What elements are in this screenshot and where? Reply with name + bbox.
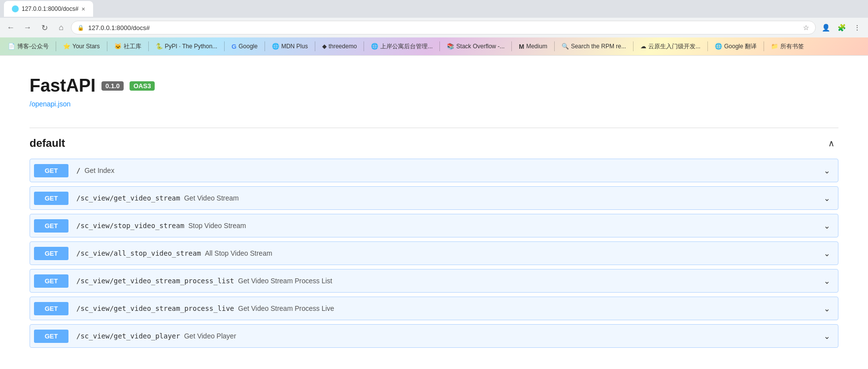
back-button[interactable]: ← bbox=[4, 21, 18, 34]
bookmark-separator-4 bbox=[224, 41, 225, 51]
bookmark-rpm[interactable]: 🔍 Search the RPM re... bbox=[558, 42, 630, 51]
bookmark-blog-icon: 📄 bbox=[8, 43, 15, 50]
forward-button[interactable]: → bbox=[21, 21, 34, 34]
bookmark-medium[interactable]: M Medium bbox=[515, 42, 551, 51]
endpoint-path-1: /sc_view/get_video_stream bbox=[76, 194, 180, 202]
bookmark-three-icon: ◆ bbox=[322, 43, 327, 50]
bookmark-medium-icon: M bbox=[519, 43, 524, 50]
chevron-down-icon-1: ⌄ bbox=[824, 194, 830, 203]
spec-badge: OAS3 bbox=[130, 81, 155, 91]
endpoint-desc-0: Get Index bbox=[84, 167, 824, 174]
endpoint-desc-6: Get Video Player bbox=[184, 332, 824, 340]
bookmark-all[interactable]: 📁 所有书签 bbox=[767, 41, 808, 52]
endpoint-row-0[interactable]: GET / Get Index ⌄ bbox=[30, 159, 838, 182]
bookmark-separator-3 bbox=[148, 41, 149, 51]
endpoint-path-3: /sc_view/all_stop_video_stream bbox=[76, 249, 201, 257]
endpoint-row-1[interactable]: GET /sc_view/get_video_stream Get Video … bbox=[30, 186, 838, 210]
bookmark-blog-label: 博客-公众号 bbox=[17, 42, 49, 51]
endpoint-path-2: /sc_view/stop_video_stream bbox=[76, 222, 184, 230]
endpoint-row-3[interactable]: GET /sc_view/all_stop_video_stream All S… bbox=[30, 241, 838, 265]
method-badge-6: GET bbox=[34, 330, 68, 343]
bookmark-separator-13 bbox=[764, 41, 764, 51]
security-icon: 🔒 bbox=[77, 25, 84, 31]
home-button[interactable]: ⌂ bbox=[54, 21, 68, 34]
method-badge-1: GET bbox=[34, 192, 68, 205]
bookmark-separator-12 bbox=[707, 41, 708, 51]
bookmark-separator-10 bbox=[554, 41, 555, 51]
tab-title: 127.0.0.1:8000/docs# bbox=[22, 5, 78, 12]
menu-button[interactable]: ⋮ bbox=[850, 21, 864, 34]
bookmark-stars-label: Your Stars bbox=[72, 43, 100, 50]
bookmark-social-label: 社工库 bbox=[124, 42, 141, 51]
nav-bar: ← → ↻ ⌂ 🔒 127.0.0.1:8000/docs# ☆ 👤 🧩 ⋮ bbox=[0, 18, 868, 37]
nav-right-buttons: 👤 🧩 ⋮ bbox=[819, 21, 864, 34]
bookmark-pypi[interactable]: 🐍 PyPI · The Python... bbox=[152, 42, 222, 51]
page-content: FastAPI 0.1.0 OAS3 /openapi.json default… bbox=[0, 56, 868, 369]
bookmark-rpm-label: Search the RPM re... bbox=[571, 43, 626, 50]
bookmark-apt[interactable]: 🌐 上岸公寓后台管理... bbox=[367, 41, 436, 52]
api-title-row: FastAPI 0.1.0 OAS3 bbox=[30, 75, 838, 96]
api-title: FastAPI bbox=[30, 75, 96, 96]
address-bar[interactable]: 🔒 127.0.0.1:8000/docs# ☆ bbox=[71, 21, 816, 34]
bookmark-all-label: 所有书签 bbox=[780, 42, 804, 51]
reload-button[interactable]: ↻ bbox=[37, 21, 51, 34]
bookmark-stars[interactable]: ⭐ Your Stars bbox=[59, 42, 104, 51]
method-badge-2: GET bbox=[34, 219, 68, 233]
bookmark-pypi-icon: 🐍 bbox=[156, 43, 163, 50]
chevron-down-icon-4: ⌄ bbox=[824, 276, 830, 286]
bookmark-apt-label: 上岸公寓后台管理... bbox=[380, 42, 433, 51]
collapse-button[interactable]: ∧ bbox=[824, 136, 838, 151]
bookmark-mdn-icon: 🌐 bbox=[272, 43, 279, 50]
endpoint-desc-2: Stop Video Stream bbox=[188, 222, 824, 230]
endpoint-path-4: /sc_view/get_video_stream_process_list bbox=[76, 277, 234, 285]
bookmark-mdn[interactable]: 🌐 MDN Plus bbox=[268, 42, 312, 51]
bookmark-separator-8 bbox=[439, 41, 440, 51]
extensions-button[interactable]: 🧩 bbox=[835, 21, 848, 34]
bookmark-cloud[interactable]: ☁ 云原生入门级开发... bbox=[636, 41, 704, 52]
chevron-down-icon-3: ⌄ bbox=[824, 249, 830, 258]
method-badge-0: GET bbox=[34, 164, 68, 177]
bookmark-google[interactable]: G Google bbox=[228, 42, 262, 51]
bookmark-gtrans[interactable]: 🌐 Google 翻译 bbox=[711, 41, 761, 52]
method-badge-5: GET bbox=[34, 302, 68, 315]
bookmark-separator-11 bbox=[633, 41, 634, 51]
endpoint-row-6[interactable]: GET /sc_view/get_video_player Get Video … bbox=[30, 324, 838, 348]
bookmark-three[interactable]: ◆ threedemo bbox=[318, 42, 361, 51]
endpoint-list: GET / Get Index ⌄ GET /sc_view/get_video… bbox=[30, 159, 838, 348]
endpoint-desc-5: Get Video Stream Process Live bbox=[238, 304, 824, 312]
bookmark-so-icon: 📚 bbox=[447, 43, 454, 50]
openapi-link[interactable]: /openapi.json bbox=[30, 100, 838, 108]
tab-bar: 127.0.0.1:8000/docs# ✕ bbox=[0, 0, 868, 18]
profile-button[interactable]: 👤 bbox=[819, 21, 833, 34]
tab-close-button[interactable]: ✕ bbox=[81, 6, 85, 12]
method-badge-4: GET bbox=[34, 274, 68, 288]
bookmark-cloud-label: 云原生入门级开发... bbox=[648, 42, 701, 51]
endpoint-path-0: / bbox=[76, 167, 80, 174]
bookmark-social-icon: 🐱 bbox=[114, 43, 122, 50]
bookmark-gtrans-icon: 🌐 bbox=[715, 43, 722, 50]
bookmark-separator-1 bbox=[56, 41, 56, 51]
bookmark-so[interactable]: 📚 Stack Overflow -... bbox=[443, 42, 508, 51]
bookmark-stars-icon: ⭐ bbox=[63, 43, 70, 50]
bookmark-separator-7 bbox=[364, 41, 364, 51]
endpoint-row-2[interactable]: GET /sc_view/stop_video_stream Stop Vide… bbox=[30, 214, 838, 237]
bookmark-social[interactable]: 🐱 社工库 bbox=[110, 41, 145, 52]
bookmark-blog[interactable]: 📄 博客-公众号 bbox=[4, 41, 53, 52]
bookmark-separator-6 bbox=[315, 41, 315, 51]
bookmark-so-label: Stack Overflow -... bbox=[456, 43, 504, 50]
bookmark-cloud-icon: ☁ bbox=[640, 43, 646, 50]
bookmark-apt-icon: 🌐 bbox=[371, 43, 378, 50]
endpoint-path-6: /sc_view/get_video_player bbox=[76, 332, 180, 340]
endpoint-desc-1: Get Video Stream bbox=[184, 194, 824, 202]
endpoint-desc-4: Get Video Stream Process List bbox=[238, 277, 824, 285]
bookmark-pypi-label: PyPI · The Python... bbox=[165, 43, 218, 50]
endpoint-row-5[interactable]: GET /sc_view/get_video_stream_process_li… bbox=[30, 297, 838, 320]
endpoint-row-4[interactable]: GET /sc_view/get_video_stream_process_li… bbox=[30, 269, 838, 293]
bookmark-three-label: threedemo bbox=[329, 43, 357, 50]
bookmark-star-icon[interactable]: ☆ bbox=[803, 24, 809, 32]
endpoint-path-5: /sc_view/get_video_stream_process_live bbox=[76, 304, 234, 312]
chevron-down-icon-5: ⌄ bbox=[824, 304, 830, 313]
version-badge: 0.1.0 bbox=[101, 81, 124, 91]
active-tab[interactable]: 127.0.0.1:8000/docs# ✕ bbox=[4, 1, 93, 17]
bookmark-gtrans-label: Google 翻译 bbox=[724, 42, 757, 51]
